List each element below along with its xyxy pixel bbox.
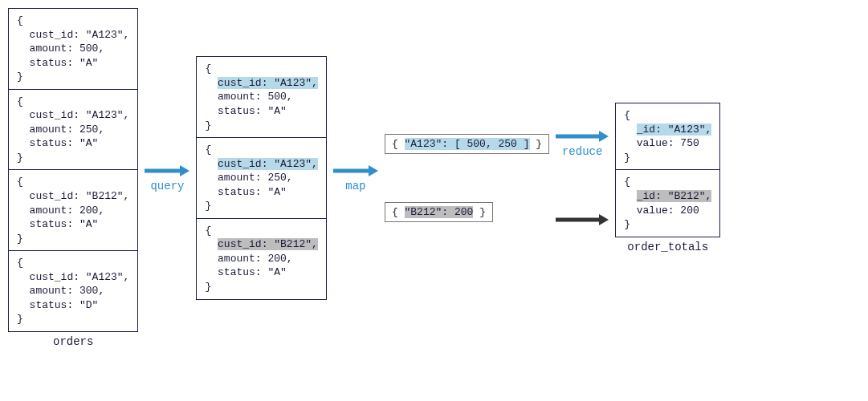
mapped-pair: { "A123": [ 500, 250 ] }: [385, 134, 549, 154]
results-column: { _id: "A123", value: 750 }{ _id: "B212"…: [615, 103, 720, 253]
mapped-column: { "A123": [ 500, 250 ] }{ "B212": 200 }: [385, 134, 549, 222]
orders-column: { cust_id: "A123", amount: 500, status: …: [8, 8, 138, 348]
svg-marker-7: [599, 214, 609, 225]
svg-marker-5: [599, 131, 609, 142]
reduce-arrow-1: reduce: [556, 129, 609, 158]
orders-caption: orders: [8, 335, 138, 348]
arrow-right-icon: [333, 164, 378, 178]
order-doc: { cust_id: "A123", amount: 300, status: …: [9, 251, 137, 331]
order-doc: { cust_id: "B212", amount: 200, status: …: [9, 170, 137, 251]
result-doc: { _id: "B212", value: 200 }: [616, 170, 719, 236]
arrow-right-icon: [556, 213, 609, 227]
queried-column: { cust_id: "A123", amount: 500, status: …: [196, 56, 326, 299]
mapped-pair: { "B212": 200 }: [385, 202, 493, 222]
svg-marker-3: [369, 165, 378, 176]
queried-stack: { cust_id: "A123", amount: 500, status: …: [196, 56, 326, 299]
queried-doc: { cust_id: "A123", amount: 250, status: …: [197, 138, 325, 219]
map-arrow: map: [333, 164, 378, 192]
mapreduce-diagram: { cust_id: "A123", amount: 500, status: …: [8, 8, 860, 348]
order-doc: { cust_id: "A123", amount: 500, status: …: [9, 9, 137, 90]
svg-marker-1: [180, 165, 189, 176]
reduce-arrows: reduce: [556, 129, 609, 227]
queried-doc: { cust_id: "A123", amount: 500, status: …: [197, 57, 325, 138]
result-doc: { _id: "A123", value: 750 }: [616, 103, 719, 170]
order-doc: { cust_id: "A123", amount: 250, status: …: [9, 90, 137, 171]
results-stack: { _id: "A123", value: 750 }{ _id: "B212"…: [615, 103, 720, 237]
results-caption: order_totals: [615, 241, 720, 253]
reduce-label: reduce: [562, 145, 602, 158]
query-arrow: query: [145, 164, 189, 192]
arrow-right-icon: [145, 164, 189, 178]
passthrough-arrow: [556, 213, 609, 227]
map-label: map: [345, 180, 365, 192]
query-label: query: [150, 180, 184, 192]
arrow-right-icon: [556, 129, 609, 144]
orders-stack: { cust_id: "A123", amount: 500, status: …: [8, 8, 138, 332]
queried-doc: { cust_id: "B212", amount: 200, status: …: [197, 219, 325, 299]
